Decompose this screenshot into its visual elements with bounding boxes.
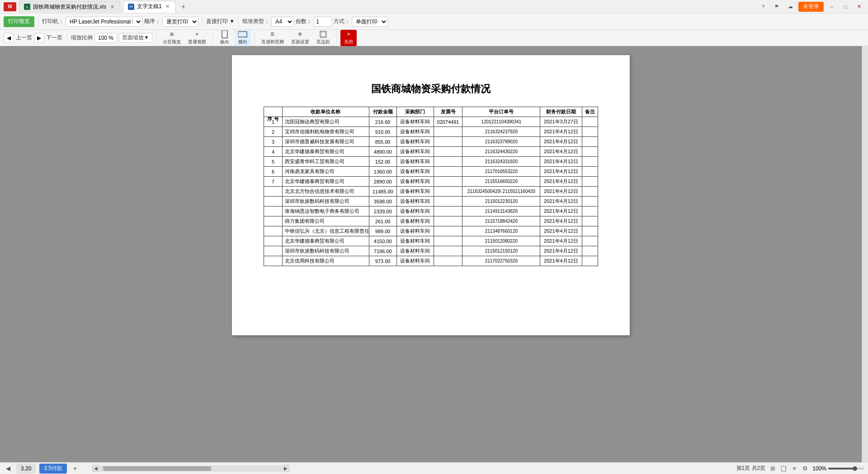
scrollbar-right[interactable] (862, 46, 868, 462)
layout-view-icon[interactable]: ≡ (790, 464, 799, 473)
cell-company: 北京华建德泰商贸有限公司 (283, 177, 369, 187)
portrait-label: 纵向 (220, 39, 229, 45)
cell-invoice (434, 167, 462, 177)
page-setup-icon: ⚙ (296, 31, 305, 38)
tab-add-button[interactable]: + (179, 2, 189, 12)
tab-doc[interactable]: W 文字文稿1 ✕ (123, 1, 176, 13)
portrait-button[interactable]: 纵向 (217, 30, 233, 46)
settings-icon[interactable]: ⚙ (801, 464, 810, 473)
cell-note (582, 127, 598, 137)
cell-amount: 7196.00 (369, 246, 396, 256)
table-row: 7 北京华建德泰商贸有限公司 2890.00 设备材料车间 2115516650… (264, 177, 598, 187)
cloud-icon[interactable]: ☁ (785, 2, 796, 11)
next-page-button[interactable]: ▶ (34, 33, 44, 43)
cell-amount: 3598.00 (369, 197, 396, 206)
cell-invoice (434, 157, 462, 167)
cell-amount: 4150.00 (369, 236, 396, 246)
method-select[interactable]: 单面打印 (352, 17, 388, 27)
cell-date: 2021年4月12日 (540, 206, 582, 216)
zoom-percent: 100% (812, 465, 826, 472)
cell-company: 中铁信弘兴（北京）信息工程有限责任公司 (283, 226, 369, 236)
scroll-left-button[interactable]: ◀ (92, 465, 99, 472)
svg-rect-3 (321, 32, 326, 37)
table-row: 6 河南鼎龙家具有限公司 1360.00 设备材料车间 211701055322… (264, 167, 598, 177)
zoom-slider[interactable] (828, 468, 864, 469)
portrait-icon (220, 31, 229, 38)
maximize-button[interactable]: □ (840, 2, 851, 11)
close-button[interactable]: ✕ (854, 2, 864, 11)
cell-company: 沈阳冠御达商贸有限公司 (283, 117, 369, 127)
header-invoice: 发票号 (434, 107, 462, 117)
prev-page-button[interactable]: ◀ (4, 33, 14, 43)
cell-note (582, 206, 598, 216)
cell-date: 2021年4月12日 (540, 137, 582, 147)
printer-select[interactable]: HP LaserJet Professional P1106 (66, 17, 142, 27)
zoom-slider-fill (828, 468, 854, 469)
title-bar-right: ? ⚑ ☁ 未登录 ─ □ ✕ (758, 2, 864, 12)
copies-input[interactable]: 1 (314, 17, 332, 27)
landscape-label: 横向 (238, 39, 247, 45)
order-select[interactable]: 逐页打印 (162, 17, 198, 27)
cell-dept: 设备材料车间 (396, 187, 434, 197)
cell-invoice (434, 127, 462, 137)
tab-excel[interactable]: x 国铁商城物资采购付款情况.xls ✕ (19, 1, 120, 13)
page-setup-label: 页面设置 (291, 39, 309, 45)
cell-order: 2115012080220 (462, 236, 540, 246)
direct-print-label[interactable]: 直接打印 ▼ (206, 18, 235, 25)
paper-label: 纸张类型： (242, 18, 269, 25)
landscape-icon (238, 31, 247, 38)
cell-note (582, 256, 598, 266)
add-sheet-button[interactable]: + (71, 464, 80, 473)
page-view-icon[interactable]: 📋 (779, 464, 788, 473)
cell-note (582, 177, 598, 187)
cell-order: 2116324430220 (462, 147, 540, 157)
feedback-icon[interactable]: ⚑ (771, 2, 782, 11)
sheet-tab-354[interactable]: 3.5付款 (39, 464, 67, 474)
margins-button[interactable]: 页边距 (314, 30, 333, 46)
split-preview-button[interactable]: ⊞ 分页预览 (160, 30, 184, 46)
cell-invoice (434, 137, 462, 147)
close-label: 关闭 (344, 39, 353, 45)
cell-seq: 3 (264, 137, 283, 147)
scroll-track[interactable] (100, 466, 281, 471)
page-setup-button[interactable]: ⚙ 页面设置 (288, 30, 312, 46)
zoom-input[interactable]: 100 % (94, 33, 117, 43)
cell-seq: 7 (264, 177, 283, 187)
table-row: 得力集团有限公司 261.00 设备材料车间 2115718842420 202… (264, 216, 598, 226)
cell-dept: 设备材料车间 (396, 177, 434, 187)
normal-view-label: 普通视图 (188, 39, 206, 45)
split-preview-icon: ⊞ (167, 31, 176, 38)
cell-company: 北京优周科技有限公司 (283, 256, 369, 266)
header-footer-icon: ☰ (268, 31, 277, 38)
separator-3 (238, 16, 239, 27)
nav-left-icon[interactable]: ◀ (4, 464, 13, 473)
margins-label: 页边距 (316, 39, 330, 45)
method-label: 方式： (334, 18, 350, 25)
close-icon: ✕ (344, 31, 353, 38)
cell-amount: 2339.00 (369, 206, 396, 216)
table-row: 1 沈阳冠御达商贸有限公司 216.60 设备材料车间 02074491 120… (264, 117, 598, 127)
cell-company: 北京北方怡合信息技术有限公司 (283, 187, 369, 197)
cell-amount: 910.00 (369, 127, 396, 137)
normal-view-button[interactable]: ≡ 普通视图 (185, 30, 209, 46)
shrink-label[interactable]: 页面缩放▼ (119, 33, 152, 43)
status-right: 第1页 共2页 ⊞ 📋 ≡ ⚙ 100% (736, 464, 864, 473)
landscape-button[interactable]: 横向 (235, 30, 251, 46)
cell-note (582, 226, 598, 236)
minimize-button[interactable]: ─ (826, 2, 837, 11)
scroll-right-button[interactable]: ▶ (282, 465, 289, 472)
print-preview-button[interactable]: 打印预览 (4, 16, 34, 27)
cell-dept: 设备材料车间 (396, 167, 434, 177)
help-icon[interactable]: ? (758, 2, 769, 11)
paper-select[interactable]: A4 (271, 17, 294, 27)
close-preview-button[interactable]: ✕ 关闭 (340, 30, 357, 46)
cell-note (582, 197, 598, 206)
login-button[interactable]: 未登录 (798, 2, 824, 12)
tab-excel-close[interactable]: ✕ (109, 4, 115, 10)
sheet-tab-320[interactable]: 3.20 (16, 464, 36, 474)
cell-invoice (434, 226, 462, 236)
grid-view-icon[interactable]: ⊞ (768, 464, 777, 473)
tab-doc-close[interactable]: ✕ (165, 4, 171, 10)
header-footer-button[interactable]: ☰ 页眉和页脚 (259, 30, 287, 46)
separator-6 (212, 33, 213, 43)
